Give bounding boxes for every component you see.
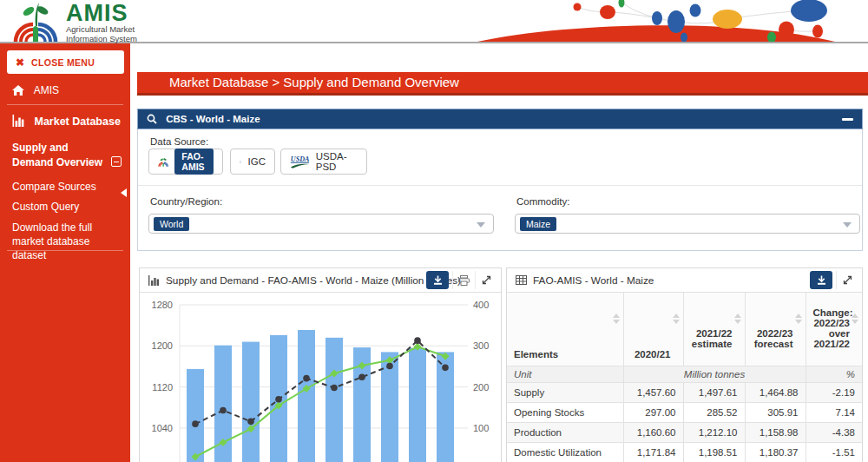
value-cell: -4.38 bbox=[806, 423, 862, 443]
sort-icon bbox=[613, 314, 620, 324]
value-cell: 297.00 bbox=[623, 403, 683, 423]
chevron-down-icon bbox=[477, 222, 485, 228]
column-header-2020-21[interactable]: 2020/21 bbox=[623, 293, 683, 366]
sidebar-download-label: Download the full market database datase… bbox=[12, 221, 92, 261]
fao-amis-label: FAO-AMIS bbox=[174, 148, 214, 175]
svg-text:200: 200 bbox=[473, 382, 489, 393]
supply-demand-chart[interactable]: 1280120011201040400300200100 bbox=[140, 293, 501, 462]
sidebar-compare-sources-label: Compare Sources bbox=[12, 181, 96, 193]
usda-psd-label: USDA-PSD bbox=[316, 151, 358, 172]
brand-subtitle: Agricultural Market Information System bbox=[66, 25, 137, 43]
collapse-section-icon[interactable] bbox=[111, 156, 122, 167]
sidebar-item-home[interactable]: AMIS bbox=[12, 84, 59, 98]
country-selected-tag[interactable]: World bbox=[154, 217, 189, 231]
table-header-row: Elements 2020/21 2021/22 estimate 2022/2… bbox=[507, 293, 862, 366]
download-icon bbox=[433, 275, 443, 285]
sidebar-divider-top bbox=[7, 104, 123, 105]
table-row-supply[interactable]: Supply 1,457.60 1,497.61 1,464.88 -2.19 bbox=[507, 383, 862, 403]
column-header-elements[interactable]: Elements bbox=[507, 293, 623, 366]
igc-globe-icon bbox=[240, 155, 242, 168]
data-table-panel: FAO-AMIS - World - Maize bbox=[506, 267, 863, 462]
amis-logo[interactable]: AMIS Agricultural Market Information Sys… bbox=[12, 2, 137, 43]
home-icon bbox=[12, 85, 24, 98]
fao-amis-logo-icon bbox=[158, 154, 168, 170]
sidebar-market-database-label: Market Database bbox=[34, 116, 120, 128]
commodity-label: Commodity: bbox=[516, 196, 569, 207]
igc-label: IGC bbox=[248, 156, 266, 167]
svg-text:1040: 1040 bbox=[152, 423, 173, 433]
chart-panel-title: Supply and Demand - FAO-AMIS - World - M… bbox=[166, 274, 461, 287]
source-button-fao-amis[interactable]: FAO-AMIS bbox=[148, 148, 223, 175]
unit-percent: % bbox=[806, 366, 862, 383]
cbs-panel-title: CBS - World - Maize bbox=[166, 114, 260, 124]
chart-print-button[interactable] bbox=[452, 271, 475, 289]
table-expand-button[interactable] bbox=[836, 271, 858, 289]
source-button-igc[interactable]: IGC bbox=[230, 148, 275, 175]
sidebar-custom-query-label: Custom Query bbox=[12, 201, 79, 213]
sidebar-item-supply-demand-overview[interactable]: Supply and Demand Overview bbox=[12, 141, 109, 170]
table-panel-header: FAO-AMIS - World - Maize bbox=[507, 268, 862, 293]
value-cell: 1,464.88 bbox=[745, 383, 806, 403]
chart-expand-button[interactable] bbox=[475, 271, 497, 289]
value-cell: 1,180.37 bbox=[745, 443, 806, 462]
sidebar-item-download-dataset[interactable]: Download the full market database datase… bbox=[12, 221, 120, 262]
cbs-filter-panel: CBS - World - Maize Data Source: FAO-AMI… bbox=[137, 109, 863, 251]
sidebar-menu: ✖ CLOSE MENU AMIS Market Database bbox=[0, 43, 130, 462]
table-download-button[interactable] bbox=[810, 271, 832, 289]
column-header-change[interactable]: Change: 2022/23 over 2021/22 bbox=[806, 293, 862, 366]
active-item-arrow-icon bbox=[121, 188, 127, 197]
chart-download-button[interactable] bbox=[426, 271, 449, 289]
value-cell: -1.51 bbox=[806, 443, 862, 462]
sort-icon bbox=[795, 314, 802, 324]
unit-row: Unit Million tonnes % bbox=[507, 366, 862, 383]
sort-icon bbox=[734, 314, 741, 324]
commodity-select[interactable]: Maize bbox=[515, 214, 860, 234]
sidebar-item-market-database[interactable]: Market Database bbox=[12, 115, 121, 129]
collapse-panel-icon[interactable] bbox=[842, 118, 853, 121]
column-header-2021-22-estimate[interactable]: 2021/22 estimate bbox=[683, 293, 745, 366]
source-button-usda-psd[interactable]: USDA USDA-PSD bbox=[280, 148, 367, 175]
chevron-down-icon bbox=[843, 222, 852, 228]
bar-chart-icon bbox=[12, 115, 24, 129]
unit-label: Unit bbox=[507, 366, 623, 383]
country-region-select[interactable]: World bbox=[148, 214, 494, 234]
table-row-production[interactable]: Production 1,160.60 1,212.10 1,158.98 -4… bbox=[507, 423, 862, 443]
unit-value: Million tonnes bbox=[623, 366, 806, 383]
chart-panel-header: Supply and Demand - FAO-AMIS - World - M… bbox=[140, 268, 501, 293]
supply-demand-table: Elements 2020/21 2021/22 estimate 2022/2… bbox=[507, 293, 862, 462]
print-icon bbox=[458, 275, 470, 286]
table-row-opening-stocks[interactable]: Opening Stocks 297.00 285.52 305.91 7.14 bbox=[507, 403, 862, 423]
svg-text:1200: 1200 bbox=[152, 340, 173, 351]
close-menu-label: CLOSE MENU bbox=[31, 57, 95, 68]
value-cell: 1,212.10 bbox=[683, 423, 745, 443]
svg-text:100: 100 bbox=[473, 423, 489, 433]
data-source-label: Data Source: bbox=[150, 136, 208, 147]
svg-text:1120: 1120 bbox=[152, 382, 173, 393]
close-menu-button[interactable]: ✖ CLOSE MENU bbox=[7, 50, 124, 74]
table-panel-title: FAO-AMIS - World - Maize bbox=[533, 274, 654, 287]
decorative-banner bbox=[460, 0, 868, 42]
element-cell: Opening Stocks bbox=[507, 403, 623, 423]
sidebar-item-custom-query[interactable]: Custom Query bbox=[12, 201, 79, 213]
table-icon bbox=[516, 275, 527, 285]
country-region-label: Country/Region: bbox=[150, 196, 222, 207]
column-header-2022-23-forecast[interactable]: 2022/23 forecast bbox=[745, 293, 806, 366]
element-cell: Production bbox=[507, 423, 623, 443]
value-cell: 1,198.51 bbox=[683, 443, 745, 462]
usda-logo-icon: USDA bbox=[290, 154, 310, 170]
brand-name: AMIS bbox=[66, 2, 137, 25]
table-row-domestic-utilization[interactable]: Domestic Utilization 1,171.84 1,198.51 1… bbox=[507, 443, 862, 462]
expand-icon bbox=[843, 275, 852, 285]
value-cell: -2.19 bbox=[806, 383, 862, 403]
amis-app: AMIS Agricultural Market Information Sys… bbox=[0, 0, 868, 462]
sidebar-item-compare-sources[interactable]: Compare Sources bbox=[12, 181, 96, 193]
supply-demand-chart-panel: Supply and Demand - FAO-AMIS - World - M… bbox=[139, 267, 502, 462]
commodity-selected-tag[interactable]: Maize bbox=[520, 217, 556, 231]
value-cell: 1,171.84 bbox=[623, 443, 683, 462]
sort-icon bbox=[852, 314, 858, 324]
value-cell: 1,457.60 bbox=[623, 383, 683, 403]
download-icon bbox=[817, 275, 826, 285]
sidebar-supply-demand-label: Supply and Demand Overview bbox=[12, 142, 102, 168]
search-icon bbox=[147, 114, 157, 124]
sidebar-home-label: AMIS bbox=[34, 84, 59, 96]
